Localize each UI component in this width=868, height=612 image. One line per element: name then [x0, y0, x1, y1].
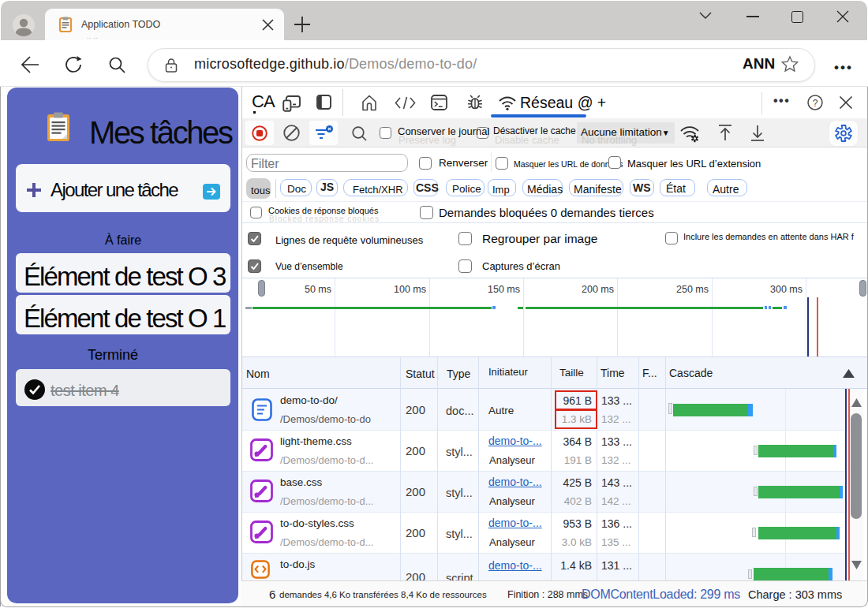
- svg-text:?: ?: [813, 98, 818, 109]
